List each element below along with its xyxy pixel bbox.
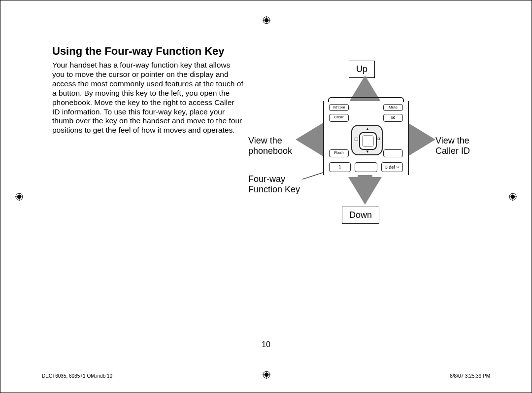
key-intcom: Int'com [329,104,349,111]
footer-left: DECT6035, 6035+1 OM.indb 10 [42,373,112,379]
arrow-down-icon [348,177,382,205]
direction-left-label: View the phonebook [248,136,292,156]
key-mute: Mute [383,104,403,111]
key-one: 1 [329,162,351,172]
handset-illustration: Int'com Mute Clear ✉ Flash 1 3 def ›› ▢ … [323,101,409,175]
body-paragraph: Your handset has a four-way function key… [52,61,243,135]
tri-down-icon: ▼ [366,149,369,154]
four-way-key-icon: ▢ ID ▲ ▼ [351,125,383,155]
key-clear: Clear [329,114,349,122]
key-blank [383,149,403,157]
key-mail: ✉ [383,114,403,122]
direction-down-label: Down [342,207,379,224]
manual-page: Using the Four-way Function Key Your han… [0,0,532,393]
registration-mark-icon [263,16,270,24]
print-footer: DECT6035, 6035+1 OM.indb 10 8/8/07 3:25:… [42,373,490,379]
footer-right: 8/8/07 3:25:39 PM [450,373,490,379]
key-flash: Flash [329,149,349,157]
registration-mark-icon [509,193,517,201]
page-number: 10 [0,340,532,349]
book-icon: ▢ [354,137,359,142]
four-way-key-diagram: Up Down View the phonebook View the Call… [248,61,480,223]
arrow-right-icon [408,123,435,156]
key-three: 3 def ›› [381,162,403,172]
direction-right-label: View the Caller ID [435,136,470,156]
section-heading: Using the Four-way Function Key [52,45,480,58]
id-icon: ID [376,137,380,141]
registration-mark-icon [15,193,23,201]
arrow-left-icon [296,123,323,156]
function-key-label: Four-way Function Key [248,174,300,194]
key-two [355,162,377,172]
tri-up-icon: ▲ [366,127,369,131]
